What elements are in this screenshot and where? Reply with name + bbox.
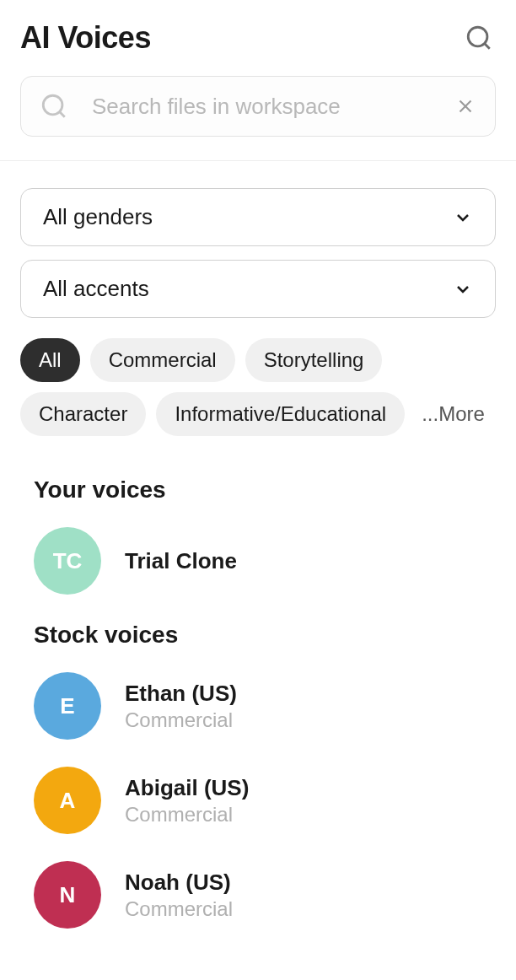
chevron-down-icon	[453, 279, 473, 299]
search-bar[interactable]	[20, 76, 496, 137]
voice-category: Commercial	[125, 803, 249, 827]
gender-filter-label: All genders	[43, 204, 153, 230]
voice-name: Noah (US)	[125, 870, 233, 896]
voice-name: Ethan (US)	[125, 681, 237, 707]
chevron-down-icon	[453, 207, 473, 228]
voice-info: Abigail (US)Commercial	[125, 775, 249, 827]
stock-voice-item[interactable]: EEthan (US)Commercial	[34, 672, 482, 740]
clear-search-button[interactable]	[454, 95, 476, 117]
your-voices-title: Your voices	[34, 477, 482, 503]
chip-label: Storytelling	[264, 348, 364, 371]
chip-label: Informative/Educational	[175, 402, 386, 425]
chip-label: All	[39, 348, 62, 371]
search-icon	[465, 24, 493, 52]
filter-chip-informative-educational[interactable]: Informative/Educational	[156, 392, 405, 436]
stock-voice-item[interactable]: NNoah (US)Commercial	[34, 861, 482, 929]
avatar-initials: E	[60, 693, 74, 719]
svg-line-1	[485, 44, 490, 49]
chip-label: Character	[39, 402, 127, 425]
svg-point-0	[468, 27, 487, 46]
svg-point-2	[43, 95, 62, 115]
more-label: ...More	[422, 402, 485, 425]
avatar-initials: A	[60, 788, 76, 814]
voice-info: Ethan (US)Commercial	[125, 681, 237, 732]
page-title: AI Voices	[20, 20, 151, 56]
avatar-initials: TC	[53, 548, 83, 574]
avatar-initials: N	[60, 882, 76, 908]
filter-chip-storytelling[interactable]: Storytelling	[245, 338, 383, 382]
voice-name: Abigail (US)	[125, 775, 249, 801]
more-filters-button[interactable]: ...More	[415, 392, 492, 436]
avatar: TC	[34, 527, 101, 595]
search-icon	[40, 92, 68, 121]
filter-chip-all[interactable]: All	[20, 338, 80, 382]
search-input[interactable]	[92, 94, 431, 120]
avatar: E	[34, 672, 101, 740]
close-icon	[454, 95, 476, 117]
voice-category: Commercial	[125, 708, 237, 732]
svg-line-3	[60, 112, 65, 117]
voice-info: Noah (US)Commercial	[125, 870, 233, 921]
filter-chip-commercial[interactable]: Commercial	[90, 338, 235, 382]
accent-filter-dropdown[interactable]: All accents	[20, 260, 496, 318]
voice-info: Trial Clone	[125, 548, 237, 574]
chip-label: Commercial	[109, 348, 217, 371]
voice-category: Commercial	[125, 897, 233, 921]
header-search-button[interactable]	[462, 21, 496, 55]
filter-chip-character[interactable]: Character	[20, 392, 146, 436]
stock-voice-item[interactable]: AAbigail (US)Commercial	[34, 767, 482, 834]
avatar: N	[34, 861, 101, 929]
stock-voices-title: Stock voices	[34, 622, 482, 649]
gender-filter-dropdown[interactable]: All genders	[20, 188, 496, 246]
voice-name: Trial Clone	[125, 548, 237, 574]
your-voice-item[interactable]: TCTrial Clone	[34, 527, 482, 595]
avatar: A	[34, 767, 101, 834]
accent-filter-label: All accents	[43, 276, 149, 302]
